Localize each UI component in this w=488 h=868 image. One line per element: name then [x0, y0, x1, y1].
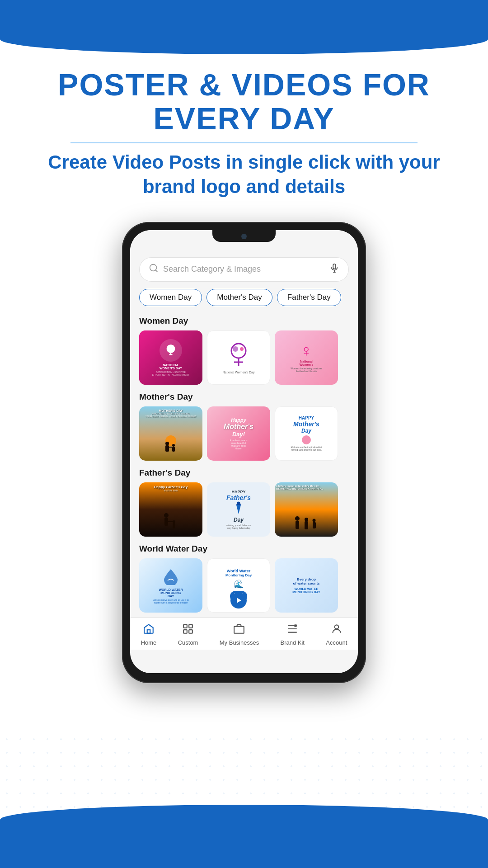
- svg-rect-2: [333, 264, 336, 269]
- svg-rect-26: [305, 521, 308, 529]
- card-image: Happy Father's Day to all the dads: [139, 482, 202, 537]
- section-title-women: Women Day: [139, 316, 349, 326]
- nav-home[interactable]: Home: [141, 623, 157, 646]
- card-mother-1[interactable]: MOTHER'S DAY A MOTHER IS YOUR FIRST FRIE…: [139, 406, 202, 461]
- nav-home-label: Home: [141, 639, 157, 646]
- svg-point-23: [295, 516, 300, 521]
- play-button[interactable]: [230, 592, 247, 609]
- section-water-day: World Water Day: [130, 541, 358, 617]
- section-women-day: Women Day Nation: [130, 313, 358, 389]
- svg-point-16: [164, 513, 169, 518]
- svg-rect-34: [189, 630, 192, 633]
- businesses-icon: [233, 623, 245, 637]
- header-section: POSTER & VIDEOS FOR EVERY DAY Create Vid…: [0, 0, 488, 199]
- screen-content: Search Category & Images Women: [130, 230, 358, 650]
- svg-point-37: [334, 625, 338, 629]
- svg-rect-35: [235, 626, 244, 633]
- svg-line-1: [155, 270, 157, 272]
- card-women-2[interactable]: National Women's Day: [207, 330, 270, 385]
- svg-rect-32: [189, 624, 192, 628]
- card-women-1[interactable]: NationalWomen's Day SATISFACTION LIES IN…: [139, 330, 202, 385]
- svg-point-8: [233, 346, 238, 352]
- svg-point-13: [172, 444, 175, 447]
- nav-account[interactable]: Account: [326, 623, 347, 646]
- svg-point-9: [240, 347, 244, 351]
- svg-rect-20: [173, 523, 175, 528]
- nav-businesses[interactable]: My Businesses: [220, 623, 259, 646]
- nav-account-label: Account: [326, 639, 347, 646]
- subtitle: Create Video Posts in single click with …: [27, 150, 461, 199]
- phone-wrapper: Search Category & Images Women: [0, 222, 488, 683]
- section-title-fathers: Father's Day: [139, 468, 349, 478]
- phone-shell: Search Category & Images Women: [122, 222, 366, 683]
- nav-brand-kit[interactable]: Brand Kit: [281, 623, 305, 646]
- water-day-cards: WORLD WATERMONITORINGDAY Let's conserve …: [139, 558, 349, 613]
- chip-fathers-day[interactable]: Father's Day: [277, 289, 341, 306]
- title-divider: [70, 142, 418, 143]
- mothers-day-cards: MOTHER'S DAY A MOTHER IS YOUR FIRST FRIE…: [139, 406, 349, 461]
- card-father-1[interactable]: Happy Father's Day to all the dads: [139, 482, 202, 537]
- card-father-3[interactable]: A father's impact on his child's life is…: [275, 482, 338, 537]
- svg-point-25: [305, 518, 308, 521]
- svg-rect-30: [147, 630, 150, 633]
- card-image: HAPPY Mother's Day Mothers are the inspi…: [275, 407, 338, 460]
- home-icon: [143, 623, 155, 637]
- page-background: POSTER & VIDEOS FOR EVERY DAY Create Vid…: [0, 0, 488, 868]
- card-mother-3[interactable]: HAPPY Mother's Day Mothers are the inspi…: [275, 406, 338, 461]
- svg-rect-28: [313, 522, 316, 528]
- fathers-day-cards: Happy Father's Day to all the dads HAPPY: [139, 482, 349, 537]
- nav-custom[interactable]: Custom: [178, 623, 198, 646]
- card-women-3[interactable]: ♀ NationalWomen's Women: the amazing cre…: [275, 330, 338, 385]
- mic-icon[interactable]: [329, 263, 339, 276]
- card-water-2[interactable]: World Water Monitoring Day 🌊 SAVEWater: [207, 558, 270, 613]
- section-title-water: World Water Day: [139, 544, 349, 554]
- card-image: MOTHER'S DAY A MOTHER IS YOUR FIRST FRIE…: [139, 406, 202, 461]
- background-dots: [0, 732, 488, 868]
- svg-marker-29: [237, 598, 241, 603]
- women-day-cards: NationalWomen's Day SATISFACTION LIES IN…: [139, 330, 349, 385]
- category-chips: Women Day Mother's Day Father's Day: [130, 289, 358, 313]
- svg-rect-12: [165, 445, 169, 452]
- nav-brand-label: Brand Kit: [281, 639, 305, 646]
- svg-rect-14: [172, 447, 175, 452]
- card-water-1[interactable]: WORLD WATERMONITORINGDAY Let's conserve …: [139, 558, 202, 613]
- card-image: A father's impact on his child's life is…: [275, 482, 338, 537]
- section-title-mothers: Mother's Day: [139, 392, 349, 402]
- card-image: ♀ NationalWomen's Women: the amazing cre…: [275, 330, 338, 385]
- account-icon: [331, 623, 343, 637]
- card-image: Happy Mother's Day! A mother's love ismo…: [207, 406, 270, 461]
- nav-businesses-label: My Businesses: [220, 639, 259, 646]
- card-image: HAPPY Father's Day wishing you: [207, 482, 270, 537]
- svg-point-11: [165, 442, 169, 445]
- chip-mothers-day[interactable]: Mother's Day: [206, 289, 272, 306]
- svg-rect-24: [296, 521, 299, 529]
- bottom-nav: Home Custom: [130, 617, 358, 650]
- svg-rect-36: [295, 624, 297, 627]
- card-image: Every drop of water counts WORLD WATERMO…: [275, 558, 338, 613]
- svg-rect-33: [183, 630, 187, 633]
- section-mothers-day: Mother's Day: [130, 389, 358, 465]
- card-mother-2[interactable]: Happy Mother's Day! A mother's love ismo…: [207, 406, 270, 461]
- search-bar[interactable]: Search Category & Images: [139, 257, 349, 282]
- svg-point-0: [150, 264, 157, 271]
- phone-screen: Search Category & Images Women: [130, 230, 358, 673]
- svg-rect-17: [164, 518, 168, 526]
- nav-custom-label: Custom: [178, 639, 198, 646]
- section-fathers-day: Father's Day: [130, 465, 358, 541]
- main-title: POSTER & VIDEOS FOR EVERY DAY: [27, 68, 461, 136]
- search-placeholder[interactable]: Search Category & Images: [163, 264, 325, 274]
- brand-kit-icon: [286, 623, 298, 637]
- card-image: National Women's Day: [207, 331, 270, 384]
- phone-camera: [241, 234, 247, 239]
- custom-icon: [182, 623, 194, 637]
- chip-women-day[interactable]: Women Day: [139, 289, 202, 306]
- search-icon: [149, 263, 159, 276]
- card-father-2[interactable]: HAPPY Father's Day wishing you: [207, 482, 270, 537]
- card-image: NationalWomen's Day SATISFACTION LIES IN…: [139, 330, 202, 385]
- card-image: WORLD WATERMONITORINGDAY Let's conserve …: [139, 558, 202, 613]
- svg-rect-31: [183, 624, 187, 628]
- svg-marker-22: [236, 502, 241, 505]
- svg-point-27: [313, 519, 316, 522]
- card-water-3[interactable]: Every drop of water counts WORLD WATERMO…: [275, 558, 338, 613]
- svg-point-19: [173, 520, 175, 523]
